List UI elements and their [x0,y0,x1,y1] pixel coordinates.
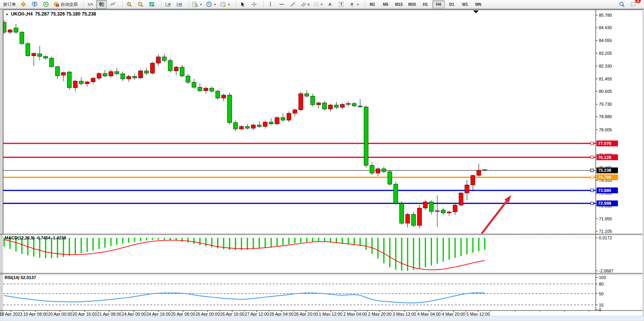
candle-body [61,73,66,75]
trendline-button[interactable] [288,0,298,9]
price-tick-label: 78.880 [599,114,612,119]
candle-body [245,126,249,128]
crosshair-icon [251,1,257,7]
search-button[interactable] [616,0,627,9]
toolbar-separator [81,1,84,8]
timeframe-button-W1[interactable]: W1 [459,0,471,8]
candle-body [394,184,398,203]
candle-body [334,105,339,107]
timeframe-button-M1[interactable]: M1 [366,0,379,8]
time-tick-label: 2 May 04:00 [344,312,367,316]
chart-area[interactable]: 85.78084.93084.05583.20582.33081.45580.6… [0,0,644,321]
candle-body [216,91,220,98]
candle-body [20,32,24,44]
candle-body [97,73,101,78]
candle-body [14,28,18,32]
channel-icon [300,1,307,7]
candle-body [429,202,433,211]
time-tick-label: 19 Apr 08:00 [23,312,47,316]
price-tick-label: 84.930 [599,25,612,30]
candle-body [186,76,190,82]
price-badge-label: 76.128 [598,155,611,160]
chart-background [0,9,644,321]
toolbar-separator [261,1,264,8]
timeframe-button-M5[interactable]: M5 [379,0,392,8]
line-chart-button[interactable] [107,0,118,9]
zoom-in-button[interactable] [124,0,135,9]
time-tick-label: 24 Apr 16:00 [146,312,170,316]
chart-shift-button[interactable] [174,0,185,9]
symbol-dropdown-icon[interactable]: ▼ [5,13,9,16]
notification-badge: 1 [635,0,641,3]
text-button[interactable]: A [325,0,335,9]
left-window-edge [0,9,3,321]
candle-body [44,56,48,58]
candle-body [293,110,297,113]
timeframe-button-M30[interactable]: M30 [406,0,418,8]
time-tick-label: 20 Apr 00:00 [48,312,72,316]
timeframe-button-H4[interactable]: H4 [432,0,445,8]
candle-body [299,94,303,110]
indicators-dropdown-caret[interactable]: ▼ [200,3,202,6]
line-anchor-marker [591,202,593,205]
signals-button[interactable] [40,0,51,9]
horizontal-line-button[interactable] [276,0,287,9]
timeframe-button-MN[interactable]: MN [472,0,484,8]
candlestick-chart-button[interactable] [96,0,107,9]
market-watch-button[interactable] [18,0,29,9]
arrows-dropdown-caret[interactable]: ▼ [356,3,359,6]
bar-chart-button[interactable] [85,0,96,9]
cursor-icon [240,1,246,7]
candle-body [91,78,95,82]
auto-scroll-button[interactable] [163,0,174,9]
candle-body [340,105,344,108]
time-tick-label: 4 May 04:00 [417,312,441,316]
signal-icon [43,1,49,7]
zoom-out-button[interactable] [135,0,146,9]
candle-body [180,67,184,76]
price-tick-label: 82.330 [599,64,612,68]
candle-body [103,73,107,76]
timeframe-button-M15[interactable]: M15 [393,0,405,8]
candle-body [139,71,143,78]
time-tick-label: 28 Apr 04:00 [269,312,293,316]
cursor-button[interactable] [237,0,248,9]
terminal-button[interactable] [29,0,40,9]
candle-body [358,106,362,107]
candle-body [79,81,83,84]
time-tick-label: 26 Apr 16:00 [220,312,244,316]
candle-body [388,172,392,184]
crosshair-button[interactable] [249,0,260,9]
chat-button[interactable]: 1 [628,0,639,9]
templates-dropdown-caret[interactable]: ▼ [228,3,230,6]
line-chart-icon [110,1,116,7]
text-label-button[interactable]: T [336,0,347,9]
fibonacci-button[interactable]: F [312,0,324,9]
time-tick-label: 18 Apr 2023 [0,312,23,316]
candle-body [32,53,36,56]
templates-button[interactable]: ▼ [218,0,232,9]
tile-windows-button[interactable] [146,0,157,9]
indicators-button[interactable]: ▼ [190,0,204,9]
periods-button[interactable]: ▼ [204,0,218,9]
price-badge-label: 73.880 [598,188,611,193]
periods-dropdown-caret[interactable]: ▼ [214,3,216,6]
vertical-line-button[interactable] [265,0,276,9]
auto-trading-button[interactable]: 自动交易 [52,0,79,9]
new-order-button[interactable]: 新订单 [2,0,18,9]
timeframe-button-D1[interactable]: D1 [446,0,458,8]
time-tick-label: 3 May 12:00 [393,312,416,316]
price-badge-label: 75.238 [598,168,611,173]
candle-body [38,54,42,56]
equidistant-channel-button[interactable]: E [299,0,311,9]
time-tick-label: 24 Apr 00:00 [122,312,146,316]
candle-body [328,105,333,109]
chart-shift-icon [176,1,182,7]
candle-body [471,175,475,185]
timeframe-button-H1[interactable]: H1 [419,0,432,8]
arrows-button[interactable]: ▼ [347,0,361,9]
time-tick-label: 2 May 20:00 [368,312,392,316]
candle-body [316,103,321,105]
candle-body [263,122,267,126]
candle-body [305,94,309,96]
